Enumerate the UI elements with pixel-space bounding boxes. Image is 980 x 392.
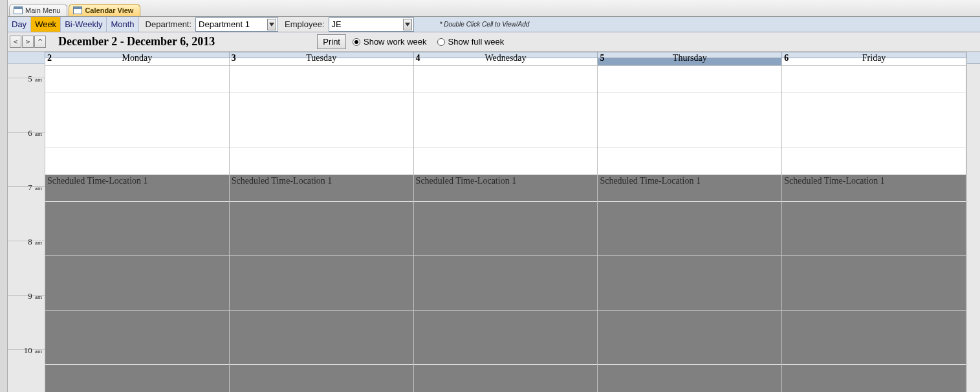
prev-button[interactable]: < [10,36,21,48]
radio-label: Show work week [364,37,427,47]
hour-cell[interactable]: Scheduled Time-Location 1 [45,175,230,229]
event-label: Scheduled Time-Location 1 [600,176,701,186]
hour-cell[interactable]: Scheduled Time-Location 1 [782,175,966,229]
next-button[interactable]: > [22,36,34,48]
hour-cell[interactable] [45,229,230,283]
day-header[interactable]: 6Friday [782,52,966,58]
event-label: Scheduled Time-Location 1 [784,176,885,186]
department-value: Department 1 [199,19,263,29]
view-month-button[interactable]: Month [107,17,138,32]
hour-cell[interactable] [414,66,598,120]
hour-cell[interactable] [598,120,782,175]
time-label: 6 am [28,128,42,138]
hour-cell[interactable] [598,338,782,392]
hour-cell[interactable] [230,338,414,392]
tab-label: Main Menu [25,6,60,14]
print-button[interactable]: Print [317,34,346,49]
event-label: Scheduled Time-Location 1 [47,176,148,186]
time-slot: 8 am [8,241,45,296]
day-name: Thursday [673,53,707,63]
day-header[interactable]: 3Tuesday [230,52,414,58]
hour-row: Scheduled Time-Location 1Scheduled Time-… [45,175,966,229]
view-biweekly-button[interactable]: Bi-Weekly [61,17,107,32]
event-label: Scheduled Time-Location 1 [232,176,332,186]
tab-calendar-view[interactable]: Calendar View [69,4,140,16]
hour-cell[interactable]: Scheduled Time-Location 1 [598,175,782,229]
time-label: 5 am [28,74,42,84]
radio-full-week[interactable]: Show full week [437,37,505,47]
hour-rows: Scheduled Time-Location 1Scheduled Time-… [45,66,966,392]
chevron-down-icon [403,19,412,30]
day-name: Monday [122,53,153,63]
hour-cell[interactable] [598,229,782,283]
hour-cell[interactable] [230,283,414,338]
department-label: Department: [139,17,196,32]
day-name: Friday [862,53,886,63]
up-button[interactable]: ^ [34,36,46,48]
day-name: Wednesday [485,53,526,63]
hour-cell[interactable] [45,283,230,338]
day-name: Tuesday [306,53,336,63]
chevron-down-icon [267,19,276,30]
time-slot: 5 am [8,78,45,133]
time-label: 10 am [24,345,42,356]
hour-cell[interactable] [45,338,230,392]
time-slot: 10 am [8,350,45,392]
radio-icon [353,38,360,46]
day-header[interactable]: 5Thursday [598,52,782,58]
day-number: 5 [600,53,604,63]
day-header[interactable]: 2Monday [45,52,230,58]
hour-row [45,283,966,338]
hour-cell[interactable]: Scheduled Time-Location 1 [414,175,598,229]
employee-label: Employee: [278,17,328,32]
scroll-header-blank [967,52,980,64]
department-select[interactable]: Department 1 [195,17,278,32]
hour-cell[interactable] [782,283,966,338]
time-label: 8 am [28,237,42,247]
form-icon [73,6,82,14]
hour-cell[interactable] [782,338,966,392]
time-slot: 9 am [8,296,45,350]
app-left-gutter [0,0,8,392]
day-headers: 2Monday3Tuesday4Wednesday5Thursday6Frida… [45,52,966,58]
form-icon [14,6,23,14]
view-toolbar: Day Week Bi-Weekly Month Department: Dep… [8,17,980,32]
day-number: 2 [47,53,52,63]
hour-cell[interactable] [45,66,230,120]
hour-cell[interactable] [782,66,966,120]
hour-cell[interactable] [230,120,414,175]
time-header-blank [8,52,45,64]
date-range-title: December 2 - December 6, 2013 [58,35,215,49]
hour-cell[interactable] [230,66,414,120]
tab-main-menu[interactable]: Main Menu [9,4,67,16]
day-number: 3 [232,53,236,63]
hour-cell[interactable] [230,229,414,283]
hour-cell[interactable] [414,338,598,392]
radio-work-week[interactable]: Show work week [353,37,427,47]
radio-icon [437,38,445,46]
employee-select[interactable]: JE [329,17,414,32]
hour-cell[interactable] [782,120,966,175]
hour-row [45,66,966,120]
view-day-button[interactable]: Day [8,17,31,32]
calendar: 5 am6 am7 am8 am9 am10 am 2Monday3Tuesda… [8,52,980,392]
hour-cell[interactable] [598,66,782,120]
hour-row [45,338,966,392]
day-number: 6 [784,53,789,63]
hour-cell[interactable]: Scheduled Time-Location 1 [230,175,414,229]
hour-row [45,120,966,175]
hour-cell[interactable] [598,283,782,338]
hour-cell[interactable] [414,120,598,175]
hour-cell[interactable] [782,229,966,283]
nav-row: < > ^ December 2 - December 6, 2013 Prin… [8,32,980,52]
hour-cell[interactable] [414,229,598,283]
time-slot: 7 am [8,187,45,241]
hour-cell[interactable] [414,283,598,338]
view-week-button[interactable]: Week [31,17,61,32]
hour-cell[interactable] [45,120,230,175]
employee-value: JE [332,19,399,29]
scrollbar-vertical[interactable] [966,52,980,392]
hour-row [45,229,966,283]
day-number: 4 [416,53,420,63]
day-header[interactable]: 4Wednesday [414,52,598,58]
